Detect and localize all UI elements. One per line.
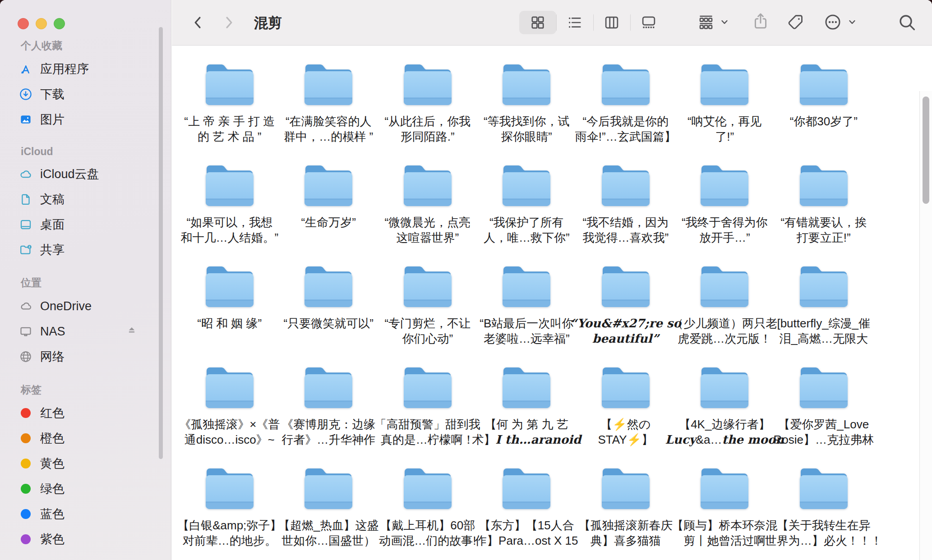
view-grid-button[interactable] xyxy=(519,11,556,34)
photos-icon xyxy=(18,112,33,127)
back-button[interactable] xyxy=(190,14,206,31)
document-icon xyxy=(18,192,33,207)
folder-name-label: 【戴上耳机】60部 动画混…们的故事! xyxy=(379,518,476,548)
sidebar-item-label: 图片 xyxy=(40,111,65,128)
share-button[interactable] xyxy=(751,12,770,32)
folder-item[interactable]: “我不结婚，因为 我觉得…喜欢我” xyxy=(576,163,675,264)
folder-item[interactable]: “昭 和 姻 缘” xyxy=(180,264,279,365)
sidebar-item-label: 橙色 xyxy=(40,430,65,446)
folder-item[interactable]: 【关于我转生在异 世界为…】必火！！！ xyxy=(774,466,873,560)
sidebar-section-title: iCloud xyxy=(0,146,171,161)
minimize-button[interactable] xyxy=(36,18,47,29)
folder-item[interactable]: “呐艾伦，再见 了!” xyxy=(675,62,775,163)
sidebar-item-iCloud云盘[interactable]: iCloud云盘 xyxy=(0,161,171,187)
sidebar-item-网络[interactable]: 网络 xyxy=(0,344,171,369)
folder-name-label: “在满脸笑容的人 群中，…的模样 ” xyxy=(284,114,373,144)
sidebar-item-红色[interactable]: 红色 xyxy=(0,400,171,426)
close-button[interactable] xyxy=(18,18,29,29)
folder-item[interactable]: 【白银&amp;弥子】 对前辈…的地步。 xyxy=(180,466,279,560)
folder-item[interactable]: “在满脸笑容的人 群中，…的模样 ” xyxy=(279,62,378,163)
forward-button[interactable] xyxy=(221,14,237,31)
scrollbar-thumb[interactable] xyxy=(923,96,929,204)
sidebar-item-NAS[interactable]: NAS xyxy=(0,319,171,344)
folder-icon xyxy=(203,365,256,410)
sidebar-item-共享[interactable]: 共享 xyxy=(0,237,171,262)
folder-icon xyxy=(302,163,355,208)
folder-item[interactable]: “如果可以，我想 和十几…人结婚。” xyxy=(180,163,279,264)
folder-item[interactable]: “从此往后，你我 形同陌路.” xyxy=(378,62,477,163)
folder-icon xyxy=(203,466,256,511)
folder-item[interactable]: 【戴上耳机】60部 动画混…们的故事! xyxy=(378,466,477,560)
search-button[interactable] xyxy=(897,13,917,34)
folder-name-label: [butterfly_综漫_催 泪_高燃…无限大 xyxy=(777,316,870,346)
folder-name-label: 【白银&amp;弥子】 对前辈…的地步。 xyxy=(177,518,281,548)
folder-item[interactable]: 【超燃_热血】这盛 世如你…国盛世） xyxy=(279,466,378,560)
view-columns-button[interactable] xyxy=(593,11,630,34)
sidebar-item-桌面[interactable]: 桌面 xyxy=(0,212,171,237)
folder-name-label: “只要微笑就可以” xyxy=(284,316,374,331)
folder-item[interactable]: “上 帝 亲 手 打 造 的 艺 术 品 ” xyxy=(180,62,279,163)
folder-name-label: 【关于我转生在异 世界为…】必火！！！ xyxy=(765,518,882,548)
folder-name-label: （少儿频道）两只老 虎爱跳…次元版！ xyxy=(672,316,777,346)
sidebar-item-图片[interactable]: 图片 xyxy=(0,107,171,132)
view-gallery-button[interactable] xyxy=(630,11,667,34)
folder-icon xyxy=(798,163,850,208)
folder-item[interactable]: 【东方】【15人合 作】Para…ost X 15 xyxy=(477,466,577,560)
main-area: 混剪 “上 帝 亲 手 打 造 的 艺 xyxy=(172,0,932,560)
sidebar-item-下载[interactable]: 下载 xyxy=(0,82,171,107)
folder-item[interactable]: “专门剪烂，不让 你们心动” xyxy=(378,264,477,365)
folder-icon xyxy=(600,163,652,208)
folder-item[interactable]: 《赛博朋克：边缘 行者》…升华神作 xyxy=(279,365,378,466)
folder-icon xyxy=(203,163,256,208)
folder-item[interactable]: 《孤独摇滚》×《普 通disco…isco》~ xyxy=(180,365,279,466)
folder-item[interactable]: 【4K_边缘行者】 Lucy&a…the moon xyxy=(675,365,775,466)
folder-item[interactable]: 【孤独摇滚新春庆 典】喜多猫猫 xyxy=(576,466,675,560)
folder-item[interactable]: “你都30岁了” xyxy=(774,62,873,163)
folder-item[interactable]: “今后我就是你的 雨伞!”…玄武国篇】 xyxy=(576,62,675,163)
sidebar-item-OneDrive[interactable]: OneDrive xyxy=(0,294,171,319)
zoom-button[interactable] xyxy=(54,18,65,29)
folder-item[interactable]: “B站最后一次叫你 老婆啦…远幸福” xyxy=(477,264,577,365)
folder-item[interactable]: （少儿频道）两只老 虎爱跳…次元版！ xyxy=(675,264,775,365)
toolbar: 混剪 xyxy=(172,0,932,46)
vertical-scrollbar[interactable] xyxy=(919,91,932,560)
sidebar-item-蓝色[interactable]: 蓝色 xyxy=(0,501,171,527)
eject-icon[interactable] xyxy=(126,325,138,338)
folder-item[interactable]: 【何 为 第 九 艺 术】I th…aranoid xyxy=(477,365,577,466)
folder-item[interactable]: “You&#x27;re so beautiful” xyxy=(576,264,675,365)
sidebar-item-紫色[interactable]: 紫色 xyxy=(0,527,171,552)
folder-item[interactable]: “我保护了所有 人，唯…救下你” xyxy=(477,163,577,264)
sidebar-section: 个人收藏应用程序下载图片 xyxy=(0,39,171,132)
folder-item[interactable]: “我终于舍得为你 放开手…” xyxy=(675,163,775,264)
sidebar-item-应用程序[interactable]: 应用程序 xyxy=(0,56,171,82)
folder-item[interactable]: [butterfly_综漫_催 泪_高燃…无限大 xyxy=(774,264,873,365)
folder-item[interactable]: 【爱你罗茜_Love Rosie】…克拉弗林 xyxy=(774,365,873,466)
folder-item[interactable]: “只要微笑就可以” xyxy=(279,264,378,365)
sidebar-item-黄色[interactable]: 黄色 xyxy=(0,451,171,476)
sidebar-item-文稿[interactable]: 文稿 xyxy=(0,187,171,212)
folder-item[interactable]: “有错就要认，挨 打要立正!” xyxy=(774,163,873,264)
cloud-icon xyxy=(18,299,33,313)
folder-item[interactable]: “生命万岁” xyxy=(279,163,378,264)
folder-item[interactable]: 「高甜预警」甜到我 真的是…柠檬啊！ xyxy=(378,365,477,466)
folder-icon xyxy=(302,365,355,410)
folder-item[interactable]: “等我找到你，试 探你眼睛” xyxy=(477,62,577,163)
appstore-icon xyxy=(18,62,33,76)
folder-item[interactable]: “微微晨光，点亮 这喧嚣世界” xyxy=(378,163,477,264)
folder-icon xyxy=(401,163,454,208)
folder-item[interactable]: 【顾与】桥本环奈混 剪丨她曾活过啊 xyxy=(675,466,775,560)
shared-folder-icon xyxy=(18,243,33,257)
group-by-button[interactable] xyxy=(697,14,729,32)
folder-name-label: “有错就要认，挨 打要立正!” xyxy=(780,215,867,245)
traffic-lights xyxy=(18,18,65,29)
folder-icon xyxy=(302,62,355,107)
sidebar-item-橙色[interactable]: 橙色 xyxy=(0,426,171,451)
folder-item[interactable]: 【⚡然の STAY⚡】 xyxy=(576,365,675,466)
sidebar-item-label: 下载 xyxy=(40,86,65,102)
sidebar-scrollbar-thumb[interactable] xyxy=(159,27,163,459)
sidebar-item-绿色[interactable]: 绿色 xyxy=(0,476,171,501)
view-list-button[interactable] xyxy=(556,11,593,34)
folder-icon xyxy=(600,365,652,410)
tags-button[interactable] xyxy=(786,13,805,33)
more-actions-button[interactable] xyxy=(823,13,857,33)
